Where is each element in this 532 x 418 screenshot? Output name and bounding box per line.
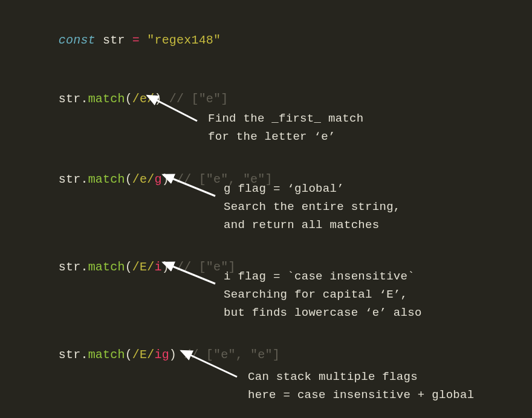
regex-flags: ig (154, 348, 169, 362)
string-literal: "regex148" (147, 33, 221, 47)
svg-line-2 (163, 263, 215, 284)
svg-line-1 (163, 175, 215, 196)
regex-body: /E/ (132, 348, 155, 362)
declaration-line: const str = "regex148" (29, 19, 221, 61)
method-match: match (88, 348, 125, 362)
svg-line-3 (181, 351, 237, 377)
annotation-1: Find the _first_ match for the letter ‘e… (208, 109, 363, 146)
example-4-code: str.match(/E/ig) // ["e", "e"] (29, 334, 280, 376)
identifier-str: str (103, 33, 125, 47)
object-ref: str (59, 172, 81, 186)
svg-line-0 (148, 96, 197, 121)
method-match: match (88, 260, 125, 274)
object-ref: str (59, 260, 81, 274)
annotation-3: i flag = `case insensitive` Searching fo… (224, 267, 422, 322)
arrow-icon (177, 348, 242, 382)
assign-operator: = (132, 33, 140, 47)
keyword-const: const (59, 33, 96, 47)
object-ref: str (59, 92, 81, 106)
arrow-icon (158, 172, 219, 201)
regex-body: /e/ (132, 172, 155, 186)
annotation-4: Can stack multiple flags here = case ins… (248, 368, 474, 404)
object-ref: str (59, 348, 81, 362)
arrow-icon (143, 92, 203, 126)
method-match: match (88, 92, 125, 106)
regex-body: /E/ (132, 260, 155, 274)
annotation-2: g flag = ‘global’ Search the entire stri… (224, 180, 401, 234)
method-match: match (88, 172, 125, 186)
code-diagram: const str = "regex148" str.match(/e/) //… (0, 0, 532, 418)
arrow-icon (158, 260, 219, 289)
